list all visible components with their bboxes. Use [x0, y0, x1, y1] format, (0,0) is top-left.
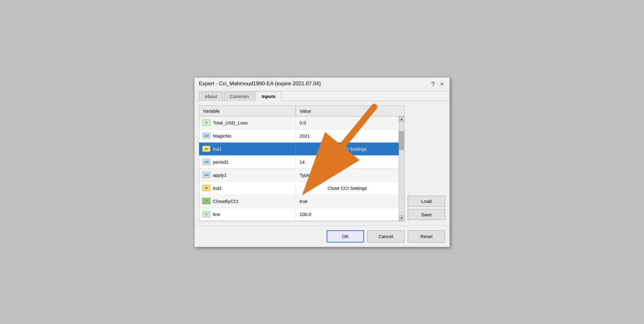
tab-about[interactable]: About	[199, 92, 223, 101]
table-row[interactable]: ab ind2 Close CCI Settings	[199, 182, 399, 195]
row-value: 100.0	[296, 210, 399, 219]
tabs-row: About Common Inputs	[195, 91, 449, 101]
row-value: Close CCI Settings	[296, 184, 399, 193]
table-header: Variable Value	[199, 106, 404, 116]
type-icon-bool: ✓	[202, 198, 210, 204]
cancel-button[interactable]: Cancel	[367, 230, 405, 242]
save-button[interactable]: Save	[408, 209, 445, 220]
row-variable: ½ Total_USD_Loss	[199, 118, 296, 128]
bottom-bar: OK Cancel Reset	[195, 226, 449, 247]
table-row[interactable]: ½ Total_USD_Loss 0.0	[199, 116, 399, 129]
row-value: Typical price	[296, 171, 399, 180]
row-value: 0.0	[296, 118, 399, 127]
row-variable: ½ line	[199, 209, 296, 219]
inputs-table: Variable Value ½ Total_USD_Loss 0.0	[199, 106, 405, 221]
type-icon-123: 123	[202, 133, 210, 139]
title-bar: Expert - Cci_Mahmoud1990-EA (expire 2021…	[195, 77, 449, 91]
title-buttons: ? ×	[430, 81, 445, 91]
table-row[interactable]: 123 apply1 Typical price	[199, 169, 399, 182]
table-row[interactable]: ab ind1 Open CCI Settings	[199, 143, 399, 156]
tab-inputs[interactable]: Inputs	[256, 92, 281, 101]
help-button[interactable]: ?	[430, 81, 436, 88]
row-value: 2021	[296, 131, 399, 140]
scroll-down-button[interactable]: ▼	[399, 215, 405, 221]
table-row[interactable]: 123 MagicNo 2021	[199, 129, 399, 143]
scroll-up-button[interactable]: ▲	[399, 116, 405, 122]
col-header-value: Value	[296, 106, 404, 116]
load-button[interactable]: Load	[408, 196, 445, 207]
col-header-variable: Variable	[199, 106, 296, 116]
row-variable: 123 apply1	[199, 170, 296, 180]
scrollbar[interactable]: ▲ ▼	[399, 116, 404, 221]
type-icon-123: 123	[202, 172, 210, 178]
type-icon-ab: ab	[202, 146, 210, 152]
type-icon-123: 123	[202, 159, 210, 165]
side-buttons: Load Save	[408, 106, 445, 221]
row-value: 14	[296, 157, 399, 167]
table-scroll-area[interactable]: ½ Total_USD_Loss 0.0 123 MagicNo 2021	[199, 116, 399, 221]
dialog-title: Expert - Cci_Mahmoud1990-EA (expire 2021…	[199, 81, 321, 90]
table-row[interactable]: ✓ CloseByCCI true	[199, 195, 399, 208]
table-row[interactable]: 123 period1 14	[199, 156, 399, 169]
row-variable: ab ind2	[199, 183, 296, 193]
close-button[interactable]: ×	[439, 81, 445, 88]
reset-button[interactable]: Reset	[408, 230, 445, 242]
table-row[interactable]: ½ line 100.0	[199, 208, 399, 221]
row-variable: ab ind1	[199, 144, 296, 154]
dialog-window: Expert - Cci_Mahmoud1990-EA (expire 2021…	[194, 77, 450, 247]
row-variable: 123 period1	[199, 157, 296, 167]
tab-common[interactable]: Common	[224, 92, 255, 101]
type-icon-v2: ½	[202, 211, 210, 217]
type-icon-v2: ½	[202, 120, 210, 126]
scroll-track[interactable]	[399, 122, 404, 215]
row-variable: 123 MagicNo	[199, 131, 296, 141]
row-variable: ✓ CloseByCCI	[199, 196, 296, 206]
row-value: Open CCI Settings	[296, 144, 399, 153]
scroll-thumb[interactable]	[399, 131, 404, 150]
type-icon-ab: ab	[202, 185, 210, 191]
row-value: true	[296, 197, 399, 206]
ok-button[interactable]: OK	[327, 230, 364, 242]
content-area: Variable Value ½ Total_USD_Loss 0.0	[195, 101, 449, 226]
